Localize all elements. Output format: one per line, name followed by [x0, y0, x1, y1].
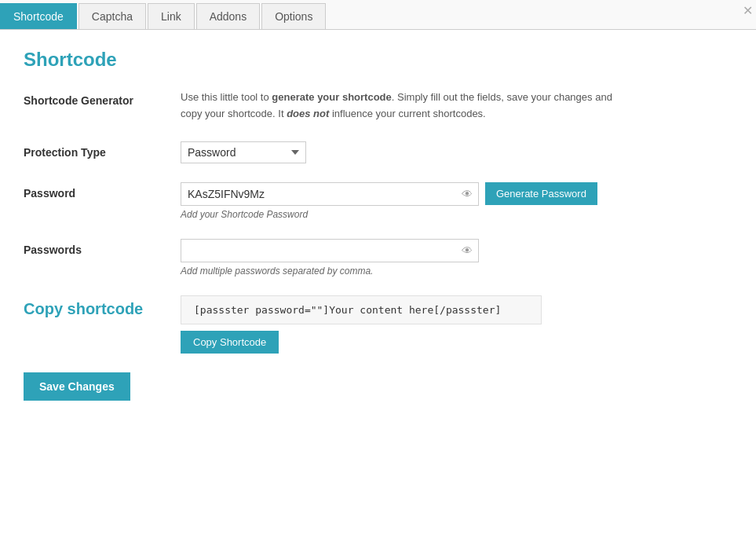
shortcode-generator-description: Use this little tool to generate your sh…: [181, 90, 620, 123]
copy-shortcode-field: [passster password=""]Your content here[…: [181, 295, 732, 354]
password-label: Password: [24, 182, 181, 200]
shortcode-output: [passster password=""]Your content here[…: [181, 295, 542, 324]
eye-icon[interactable]: 👁: [462, 188, 473, 200]
save-section: Save Changes: [24, 372, 732, 401]
tab-link[interactable]: Link: [148, 3, 195, 29]
password-input-container: 👁: [181, 182, 479, 206]
tab-options[interactable]: Options: [261, 3, 326, 29]
password-field: 👁 Generate Password Add your Shortcode P…: [181, 182, 732, 220]
tab-shortcode[interactable]: Shortcode: [0, 3, 77, 29]
page-wrapper: ✕ Shortcode Captcha Link Addons Options …: [0, 0, 756, 557]
passwords-hint: Add multiple passwords separated by comm…: [181, 266, 732, 277]
passwords-eye-icon[interactable]: 👁: [462, 244, 473, 257]
passwords-input-container: 👁: [181, 239, 479, 262]
tab-captcha[interactable]: Captcha: [79, 3, 146, 29]
copy-shortcode-label: Copy shortcode: [24, 295, 181, 318]
passwords-row: Passwords 👁 Add multiple passwords separ…: [24, 239, 732, 277]
copy-shortcode-button[interactable]: Copy Shortcode: [181, 331, 279, 354]
save-changes-button[interactable]: Save Changes: [24, 372, 130, 401]
page-title: Shortcode: [24, 49, 732, 71]
close-icon[interactable]: ✕: [743, 3, 753, 18]
protection-type-label: Protection Type: [24, 141, 181, 159]
passwords-label: Passwords: [24, 239, 181, 256]
password-hint: Add your Shortcode Password: [181, 209, 732, 220]
protection-type-select[interactable]: Password Captcha Login: [181, 141, 306, 163]
passwords-field: 👁 Add multiple passwords separated by co…: [181, 239, 732, 277]
passwords-input[interactable]: [181, 239, 479, 262]
shortcode-generator-row: Shortcode Generator Use this little tool…: [24, 90, 732, 123]
copy-shortcode-row: Copy shortcode [passster password=""]You…: [24, 295, 732, 354]
generate-password-button[interactable]: Generate Password: [485, 182, 597, 205]
protection-type-row: Protection Type Password Captcha Login: [24, 141, 732, 163]
protection-type-field: Password Captcha Login: [181, 141, 732, 163]
tab-addons[interactable]: Addons: [196, 3, 260, 29]
shortcode-generator-label: Shortcode Generator: [24, 90, 181, 107]
content-area: Shortcode Shortcode Generator Use this l…: [0, 30, 756, 420]
password-input[interactable]: [181, 182, 479, 206]
tabs-bar: Shortcode Captcha Link Addons Options: [0, 0, 756, 30]
copy-shortcode-heading: Copy shortcode: [24, 300, 143, 317]
password-row: Password 👁 Generate Password Add your Sh…: [24, 182, 732, 220]
shortcode-generator-field: Use this little tool to generate your sh…: [181, 90, 732, 123]
password-input-wrapper: 👁 Generate Password: [181, 182, 732, 206]
